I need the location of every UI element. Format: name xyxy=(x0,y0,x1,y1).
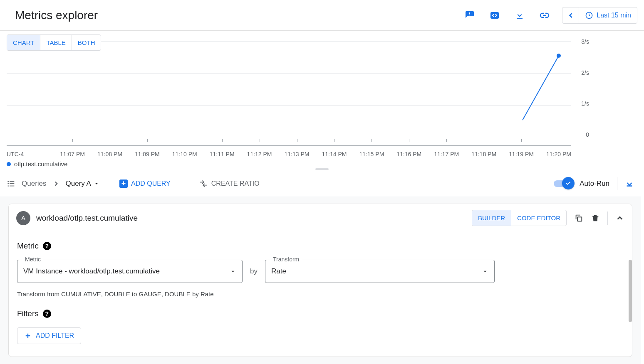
queries-right: Auto-Run xyxy=(554,177,634,190)
auto-run-label: Auto-Run xyxy=(580,180,609,188)
metric-field-label: Metric xyxy=(22,256,43,263)
x-tick: 11:13 PM xyxy=(285,151,310,157)
svg-point-6 xyxy=(7,183,9,184)
query-card-header: A workload/otlp.test.cumulative BUILDER … xyxy=(9,204,632,232)
drag-handle[interactable] xyxy=(315,168,329,170)
auto-run-toggle[interactable] xyxy=(554,180,572,187)
x-tick: 11:20 PM xyxy=(546,151,571,157)
view-tabs: CHART TABLE BOTH xyxy=(7,34,101,51)
queries-list-icon[interactable] xyxy=(7,179,16,188)
query-section: A workload/otlp.test.cumulative BUILDER … xyxy=(0,196,641,364)
time-prev-button[interactable] xyxy=(562,7,579,24)
copy-query-button[interactable] xyxy=(574,214,583,223)
transform-field-label: Transform xyxy=(270,256,302,263)
metric-value: VM Instance - workload/otlp.test.cumulat… xyxy=(23,267,230,275)
metric-section-title: Metric ? xyxy=(17,241,624,251)
caret-down-icon xyxy=(482,268,488,275)
tab-table[interactable]: TABLE xyxy=(40,35,72,50)
legend-dot-icon xyxy=(7,162,11,166)
link-icon[interactable] xyxy=(537,8,552,23)
time-range-button[interactable]: Last 15 min xyxy=(579,7,637,24)
query-selector[interactable]: Query A xyxy=(66,180,99,188)
query-badge: A xyxy=(16,211,30,225)
plus-icon: + xyxy=(119,180,128,188)
create-ratio-button[interactable]: CREATE RATIO xyxy=(195,177,264,191)
create-ratio-label: CREATE RATIO xyxy=(211,180,260,187)
query-card-body: Metric ? Metric VM Instance - workload/o… xyxy=(9,232,632,357)
query-title: workload/otlp.test.cumulative xyxy=(36,214,138,223)
header-actions: Last 15 min xyxy=(462,7,637,24)
plus-icon xyxy=(24,332,32,339)
metric-row: Metric VM Instance - workload/otlp.test.… xyxy=(17,260,624,283)
tab-chart[interactable]: CHART xyxy=(7,35,40,50)
feedback-icon[interactable] xyxy=(462,8,477,23)
code-editor-tab[interactable]: CODE EDITOR xyxy=(511,210,566,226)
transform-select[interactable]: Transform Rate xyxy=(265,260,495,283)
svg-rect-10 xyxy=(577,217,582,221)
x-tick: 11:16 PM xyxy=(396,151,421,157)
by-label: by xyxy=(250,267,258,275)
chart-line xyxy=(7,41,571,138)
x-tick: 11:15 PM xyxy=(359,151,384,157)
toggle-knob xyxy=(562,177,575,189)
y-tick: 1/s xyxy=(568,100,589,107)
svg-line-2 xyxy=(523,56,559,120)
code-query-icon[interactable] xyxy=(487,8,502,23)
delete-query-button[interactable] xyxy=(591,214,600,223)
legend-label: otlp.test.cumulative xyxy=(14,160,67,167)
download-icon[interactable] xyxy=(512,8,527,23)
x-tick: 11:12 PM xyxy=(247,151,272,157)
x-tick: 11:08 PM xyxy=(97,151,122,157)
scrollbar-thumb[interactable] xyxy=(629,260,632,322)
x-tick: 11:07 PM xyxy=(60,151,85,157)
y-axis: 3/s 2/s 1/s 0 xyxy=(568,38,589,138)
y-tick: 0 xyxy=(568,131,589,138)
add-query-button[interactable]: + ADD QUERY xyxy=(115,177,175,190)
queries-toolbar: Queries Query A + ADD QUERY CREATE RATIO… xyxy=(0,171,641,196)
metric-select[interactable]: Metric VM Instance - workload/otlp.test.… xyxy=(17,260,243,283)
collapse-query-button[interactable] xyxy=(615,214,624,223)
transform-note: Transform from CUMULATIVE, DOUBLE to GAU… xyxy=(17,290,624,298)
svg-point-3 xyxy=(557,54,561,58)
collapse-all-button[interactable] xyxy=(625,179,634,188)
queries-left: Queries Query A + ADD QUERY CREATE RATIO xyxy=(7,177,264,191)
x-tick: 11:17 PM xyxy=(434,151,459,157)
x-ticks: 11:07 PM 11:08 PM 11:09 PM 11:10 PM 11:1… xyxy=(7,151,571,157)
query-card: A workload/otlp.test.cumulative BUILDER … xyxy=(8,204,632,357)
page-title: Metrics explorer xyxy=(15,9,98,22)
x-tick: 11:18 PM xyxy=(471,151,496,157)
y-tick: 2/s xyxy=(568,69,589,76)
chart-area: 3/s 2/s 1/s 0 UTC-4 11:07 PM 11:08 PM 11… xyxy=(7,31,581,166)
help-icon[interactable]: ? xyxy=(43,242,51,250)
check-icon xyxy=(565,180,572,187)
time-range-group: Last 15 min xyxy=(562,7,637,24)
builder-code-toggle: BUILDER CODE EDITOR xyxy=(472,210,567,226)
x-tick: 11:14 PM xyxy=(322,151,347,157)
x-axis xyxy=(7,145,571,146)
svg-rect-7 xyxy=(10,183,14,184)
query-selector-label: Query A xyxy=(66,180,91,188)
chart-legend: otlp.test.cumulative xyxy=(7,160,67,167)
svg-point-8 xyxy=(7,185,9,187)
ratio-icon xyxy=(199,179,208,188)
chevron-right-icon xyxy=(52,180,60,187)
x-tick: 11:19 PM xyxy=(509,151,534,157)
x-tick: 11:11 PM xyxy=(210,151,235,157)
add-filter-button[interactable]: ADD FILTER xyxy=(17,327,81,344)
add-filter-label: ADD FILTER xyxy=(36,332,74,339)
svg-rect-0 xyxy=(490,12,499,19)
svg-rect-9 xyxy=(10,185,14,186)
tab-both[interactable]: BOTH xyxy=(72,35,101,50)
filters-section-title: Filters ? xyxy=(17,309,624,318)
x-tick: 11:09 PM xyxy=(135,151,160,157)
svg-rect-5 xyxy=(10,181,14,182)
builder-tab[interactable]: BUILDER xyxy=(472,210,511,226)
help-icon[interactable]: ? xyxy=(43,310,51,318)
y-tick: 3/s xyxy=(568,38,589,45)
header: Metrics explorer Last 15 min xyxy=(0,0,644,31)
queries-label: Queries xyxy=(22,180,47,188)
transform-value: Rate xyxy=(271,267,482,275)
time-range-label: Last 15 min xyxy=(597,12,631,19)
add-query-label: ADD QUERY xyxy=(131,180,171,187)
caret-down-icon xyxy=(94,181,99,187)
